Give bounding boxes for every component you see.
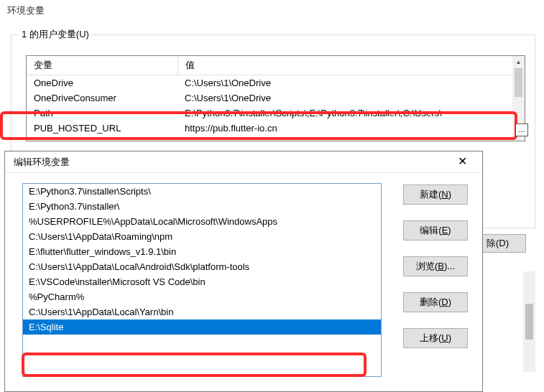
- scroll-up-icon[interactable]: ▲: [512, 56, 525, 68]
- table-row[interactable]: OneDriveConsumer C:\Users\1\OneDrive: [27, 90, 525, 106]
- user-variables-label: 1 的用户变量(U): [19, 28, 92, 41]
- cell-variable: Path: [27, 106, 178, 121]
- list-item[interactable]: %PyCharm%: [23, 289, 381, 304]
- window-title: 环境变量: [0, 0, 544, 22]
- list-item-selected[interactable]: E:\Sqlite: [23, 319, 381, 335]
- table-row[interactable]: PUB_HOSTED_URL https://pub.flutter-io.cn: [27, 121, 525, 136]
- new-button[interactable]: 新建(N): [403, 185, 468, 205]
- cell-variable: OneDrive: [27, 75, 178, 91]
- scroll-thumb[interactable]: [525, 304, 533, 340]
- cell-value: https://pub.flutter-io.cn: [178, 121, 525, 136]
- dialog-titlebar[interactable]: 编辑环境变量 ✕: [5, 151, 482, 173]
- system-table-scrollbar[interactable]: [523, 271, 535, 372]
- list-item[interactable]: C:\Users\1\AppData\Local\Android\Sdk\pla…: [23, 259, 381, 274]
- cell-variable: OneDriveConsumer: [27, 90, 178, 106]
- scroll-thumb[interactable]: [515, 68, 522, 97]
- list-item[interactable]: E:\VSCode\installer\Microsoft VS Code\bi…: [23, 274, 381, 289]
- list-item[interactable]: E:\Python3.7\installer\Scripts\: [23, 184, 381, 199]
- path-list[interactable]: E:\Python3.7\installer\Scripts\ E:\Pytho…: [22, 183, 382, 377]
- list-item[interactable]: C:\Users\1\AppData\Local\Yarn\bin: [23, 304, 381, 319]
- variables-table-container: 变量 值 OneDrive C:\Users\1\OneDrive OneDri…: [26, 55, 525, 141]
- list-item[interactable]: E:\Python3.7\installer\: [23, 199, 381, 214]
- col-header-variable[interactable]: 变量: [27, 56, 178, 75]
- cell-value: C:\Users\1\OneDrive: [178, 90, 525, 106]
- close-icon[interactable]: ✕: [448, 153, 476, 172]
- list-item[interactable]: %USERPROFILE%\AppData\Local\Microsoft\Wi…: [23, 214, 381, 229]
- overflow-ellipsis-button[interactable]: ...: [515, 123, 528, 136]
- table-row[interactable]: OneDrive C:\Users\1\OneDrive: [27, 75, 525, 91]
- cell-value: C:\Users\1\OneDrive: [178, 75, 525, 91]
- table-row[interactable]: Path E:\Python3.7\installer\Scripts\;E:\…: [27, 106, 525, 121]
- move-up-button[interactable]: 上移(U): [403, 328, 468, 348]
- cell-value: E:\Python3.7\installer\Scripts\;E:\Pytho…: [178, 106, 525, 121]
- edit-env-var-dialog: 编辑环境变量 ✕ E:\Python3.7\installer\Scripts\…: [4, 151, 483, 392]
- list-item[interactable]: E:\flutter\flutter_windows_v1.9.1\bin: [23, 244, 381, 259]
- col-header-value[interactable]: 值: [178, 56, 525, 75]
- dialog-title: 编辑环境变量: [14, 156, 70, 169]
- delete-button[interactable]: 删除(D): [403, 292, 468, 312]
- cell-variable: PUB_HOSTED_URL: [27, 121, 178, 136]
- list-item[interactable]: C:\Users\1\AppData\Roaming\npm: [23, 229, 381, 244]
- browse-button[interactable]: 浏览(B)...: [403, 256, 468, 276]
- variables-table[interactable]: 变量 值 OneDrive C:\Users\1\OneDrive OneDri…: [27, 56, 525, 136]
- edit-button[interactable]: 编辑(E): [403, 220, 468, 241]
